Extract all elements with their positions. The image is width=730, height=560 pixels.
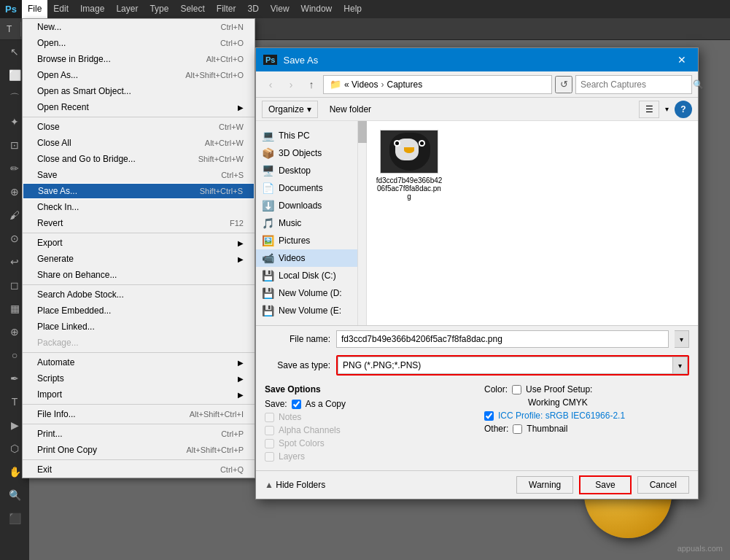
as-copy-checkbox[interactable] <box>292 400 301 409</box>
spot-colors-checkbox[interactable] <box>265 439 274 448</box>
nav-forward-button[interactable]: › <box>282 76 300 93</box>
menu-close[interactable]: Close Ctrl+W <box>23 119 255 135</box>
menu-print[interactable]: Print... Ctrl+P <box>23 426 255 442</box>
file-thumbnail <box>380 130 438 174</box>
sidebar-item-new-volume-d[interactable]: 💾 New Volume (D: <box>256 284 357 302</box>
sidebar-item-3d-objects[interactable]: 📦 3D Objects <box>256 144 357 162</box>
disk-c-icon: 💾 <box>262 270 274 281</box>
sidebar-item-new-volume-e[interactable]: 💾 New Volume (E: <box>256 302 357 319</box>
option-row-alpha: Alpha Channels <box>265 425 470 435</box>
menu-sep4 <box>23 352 255 353</box>
list-item[interactable]: fd3ccd7b49e366b4206f5ac7f8fa8dac.png <box>373 127 446 203</box>
menu-view[interactable]: View <box>265 0 295 18</box>
sidebar-label-3d: 3D Objects <box>279 148 322 158</box>
watermark: appuals.com <box>677 544 723 553</box>
menu-open-smart[interactable]: Open as Smart Object... <box>23 83 255 99</box>
sidebar-item-local-disk-c[interactable]: 💾 Local Disk (C:) <box>256 267 357 284</box>
scrollbar-thumb[interactable] <box>358 121 367 143</box>
menu-share-behance[interactable]: Share on Behance... <box>23 267 255 283</box>
menu-close-all[interactable]: Close All Alt+Ctrl+W <box>23 135 255 151</box>
filename-dropdown-button[interactable]: ▾ <box>675 330 689 348</box>
sidebar-item-desktop[interactable]: 🖥️ Desktop <box>256 162 357 179</box>
save-options-title: Save Options <box>265 384 470 394</box>
filetype-select[interactable]: PNG (*.PNG;*.PNS) <box>338 357 673 374</box>
hide-folders-label[interactable]: Hide Folders <box>276 480 325 490</box>
menu-open[interactable]: Open... Ctrl+O <box>23 35 255 51</box>
menu-select[interactable]: Select <box>174 0 210 18</box>
menu-sep2 <box>23 233 255 233</box>
sidebar-item-videos[interactable]: 📹 Videos <box>256 249 357 267</box>
sidebar-item-downloads[interactable]: ⬇️ Downloads <box>256 197 357 214</box>
menu-new[interactable]: New... Ctrl+N <box>23 19 255 35</box>
menu-browse-bridge[interactable]: Browse in Bridge... Alt+Ctrl+O <box>23 51 255 67</box>
help-button[interactable]: ? <box>675 101 692 118</box>
menu-export[interactable]: Export ▶ <box>23 235 255 251</box>
menu-automate[interactable]: Automate ▶ <box>23 354 255 370</box>
thumbnail-checkbox[interactable] <box>513 424 522 434</box>
icc-profile-link[interactable]: ICC Profile: sRGB IEC61966-2.1 <box>498 411 625 421</box>
menu-file[interactable]: File <box>22 0 47 18</box>
menu-exit[interactable]: Exit Ctrl+Q <box>23 462 255 478</box>
notes-checkbox[interactable] <box>265 413 274 422</box>
menu-sep5 <box>23 404 255 405</box>
save-options-area: Save Options Save: As a Copy Notes Alpha… <box>256 378 698 470</box>
menu-place-embedded[interactable]: Place Embedded... <box>23 303 255 319</box>
menu-print-one[interactable]: Print One Copy Alt+Shift+Ctrl+P <box>23 442 255 458</box>
menu-window[interactable]: Window <box>295 0 338 18</box>
alpha-channels-checkbox[interactable] <box>265 426 274 435</box>
search-input[interactable] <box>580 79 690 90</box>
menu-edit[interactable]: Edit <box>47 0 74 18</box>
dialog-close-button[interactable]: ✕ <box>673 51 691 69</box>
menu-import[interactable]: Import ▶ <box>23 386 255 402</box>
sidebar-item-pictures[interactable]: 🖼️ Pictures <box>256 232 357 249</box>
menu-type[interactable]: Type <box>144 0 174 18</box>
menu-open-as[interactable]: Open As... Alt+Shift+Ctrl+O <box>23 67 255 83</box>
sidebar-label-disk-e: New Volume (E: <box>279 306 341 316</box>
cancel-button[interactable]: Cancel <box>637 476 689 494</box>
layers-checkbox[interactable] <box>265 452 274 462</box>
menu-image[interactable]: Image <box>74 0 110 18</box>
menu-3d[interactable]: 3D <box>241 0 264 18</box>
downloads-icon: ⬇️ <box>262 200 274 211</box>
menu-revert[interactable]: Revert F12 <box>23 215 255 231</box>
save-as-dialog: Ps Save As ✕ ‹ › ↑ 📁 « Videos › Captures… <box>255 47 699 499</box>
menu-file-info[interactable]: File Info... Alt+Shift+Ctrl+I <box>23 406 255 422</box>
warning-button[interactable]: Warning <box>516 476 573 494</box>
menu-open-recent[interactable]: Open Recent ▶ <box>23 99 255 115</box>
menu-generate[interactable]: Generate ▶ <box>23 251 255 267</box>
thumbnail-image <box>381 130 438 174</box>
menu-save-as[interactable]: Save As... Shift+Ctrl+S <box>23 183 255 199</box>
address-path[interactable]: 📁 « Videos › Captures <box>323 75 552 94</box>
menu-help[interactable]: Help <box>338 0 368 18</box>
menu-search-stock[interactable]: Search Adobe Stock... <box>23 287 255 303</box>
view-button[interactable]: ☰ <box>639 101 659 118</box>
menu-place-linked[interactable]: Place Linked... <box>23 319 255 335</box>
use-proof-checkbox[interactable] <box>512 385 521 394</box>
documents-icon: 📄 <box>262 182 274 194</box>
sidebar-item-documents[interactable]: 📄 Documents <box>256 179 357 197</box>
menu-sep6 <box>23 424 255 424</box>
menu-save[interactable]: Save Ctrl+S <box>23 167 255 183</box>
icc-profile-checkbox[interactable] <box>484 411 494 421</box>
dialog-title-left: Ps Save As <box>263 55 318 66</box>
menu-scripts[interactable]: Scripts ▶ <box>23 370 255 386</box>
sidebar-label-downloads: Downloads <box>279 201 322 211</box>
sidebar-item-this-pc[interactable]: 💻 This PC <box>256 127 357 144</box>
menu-layer[interactable]: Layer <box>110 0 144 18</box>
filename-input[interactable] <box>336 330 669 348</box>
nav-up-button[interactable]: ↑ <box>303 76 320 93</box>
tool-fg-bg[interactable]: ⬛ <box>0 507 29 530</box>
menu-filter[interactable]: Filter <box>211 0 242 18</box>
new-folder-button[interactable]: New folder <box>324 101 377 118</box>
menu-check-in[interactable]: Check In... <box>23 199 255 215</box>
save-button[interactable]: Save <box>579 475 631 494</box>
organize-button[interactable]: Organize ▾ <box>262 101 318 118</box>
refresh-button[interactable]: ↺ <box>555 76 572 93</box>
file-menu-dropdown: New... Ctrl+N Open... Ctrl+O Browse in B… <box>22 18 255 478</box>
sidebar-item-music[interactable]: 🎵 Music <box>256 214 357 232</box>
notes-label: Notes <box>279 412 301 422</box>
nav-back-button[interactable]: ‹ <box>262 76 279 93</box>
filetype-dropdown-button[interactable]: ▾ <box>673 357 688 374</box>
menu-close-bridge[interactable]: Close and Go to Bridge... Shift+Ctrl+W <box>23 151 255 167</box>
tool-zoom[interactable]: 🔍 <box>0 483 29 507</box>
